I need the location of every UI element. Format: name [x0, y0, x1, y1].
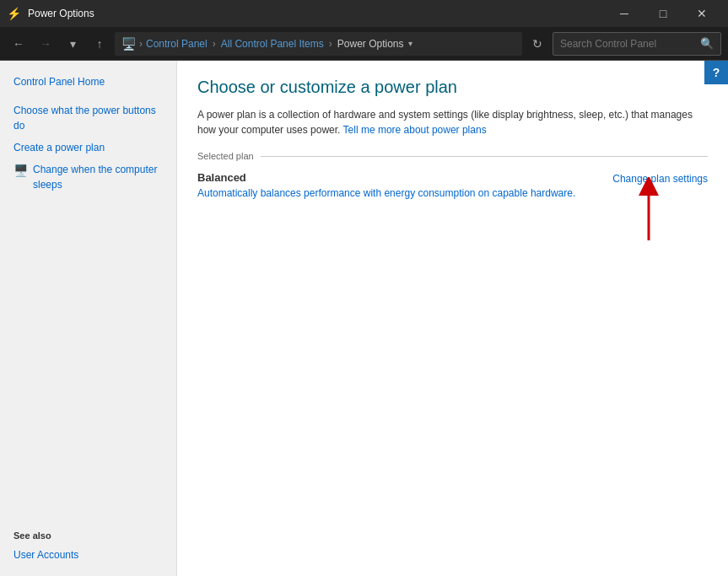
window-title: Power Options	[28, 8, 598, 19]
content-description: A power plan is a collection of hardware…	[197, 107, 708, 137]
breadcrumb-control-panel[interactable]: Control Panel	[146, 38, 208, 50]
search-input[interactable]	[560, 38, 697, 50]
sidebar-item-power-buttons[interactable]: Choose what the power buttons do	[0, 100, 176, 137]
monitor-icon: 🖥️	[13, 162, 28, 180]
minimize-button[interactable]: ─	[605, 0, 644, 27]
breadcrumb-sep-1: ›	[213, 38, 216, 50]
sidebar-item-user-accounts[interactable]: User Accounts	[0, 544, 176, 566]
close-button[interactable]: ✕	[682, 0, 721, 27]
plan-name: Balanced	[197, 171, 612, 184]
search-box: 🔍	[553, 32, 721, 56]
back-button[interactable]: ←	[7, 32, 30, 56]
refresh-button[interactable]: ↻	[526, 32, 549, 56]
breadcrumb-bar: 🖥️ › Control Panel › All Control Panel I…	[115, 32, 522, 56]
breadcrumb-dropdown-button[interactable]: ▾	[407, 39, 414, 48]
search-icon: 🔍	[700, 37, 714, 50]
help-button[interactable]: ?	[704, 61, 728, 84]
see-also-label: See also	[0, 517, 176, 544]
main-layout: Control Panel Home Choose what the power…	[0, 61, 728, 576]
breadcrumb-sep-2: ›	[329, 38, 332, 50]
content-area: ? Choose or customize a power plan A pow…	[177, 61, 728, 576]
sidebar-item-control-panel-home[interactable]: Control Panel Home	[0, 71, 176, 93]
sidebar-item-change-sleep[interactable]: 🖥️ Change when the computer sleeps	[0, 159, 176, 196]
breadcrumb-current: Power Options	[337, 38, 404, 50]
navigation-bar: ← → ▾ ↑ 🖥️ › Control Panel › All Control…	[0, 27, 728, 61]
breadcrumb-all-items[interactable]: All Control Panel Items	[221, 38, 324, 50]
forward-button[interactable]: →	[34, 32, 57, 56]
selected-plan-section: Selected plan Balanced Automatically bal…	[197, 151, 708, 270]
sidebar-item-create-plan[interactable]: Create a power plan	[0, 137, 176, 159]
breadcrumb-sep-0: ›	[139, 38, 143, 50]
maximize-button[interactable]: □	[644, 0, 682, 27]
content-title: Choose or customize a power plan	[197, 78, 708, 97]
red-arrow-svg	[615, 177, 682, 245]
plan-description: Automatically balances performance with …	[197, 187, 612, 199]
tell-me-more-link[interactable]: Tell me more about power plans	[343, 124, 487, 136]
annotation-arrow	[197, 202, 708, 270]
title-bar: ⚡ Power Options ─ □ ✕	[0, 0, 728, 27]
window-controls: ─ □ ✕	[605, 0, 721, 27]
up-button[interactable]: ↑	[88, 32, 111, 56]
selected-plan-header: Selected plan	[197, 151, 708, 161]
recent-button[interactable]: ▾	[61, 32, 84, 56]
app-icon: ⚡	[7, 7, 21, 20]
sidebar: Control Panel Home Choose what the power…	[0, 61, 177, 576]
plan-info: Balanced Automatically balances performa…	[197, 171, 612, 199]
